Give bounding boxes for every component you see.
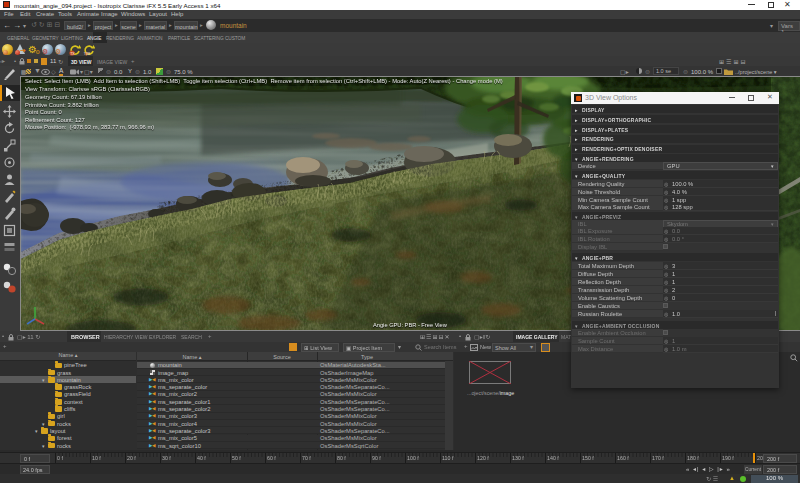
svg-text:TX: TX [70,52,75,56]
